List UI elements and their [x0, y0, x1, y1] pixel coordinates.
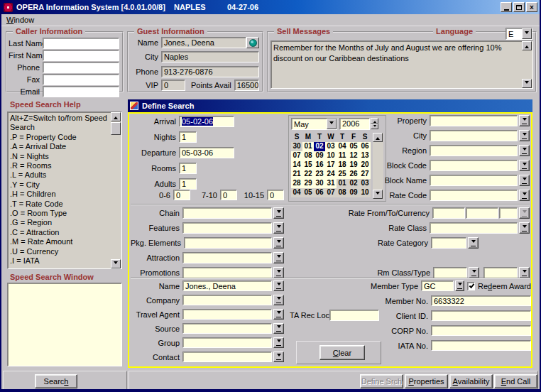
calendar-date-cell[interactable]: 30 [291, 142, 302, 151]
calendar-date-cell[interactable]: 01 [302, 142, 314, 151]
feature-field-input[interactable] [184, 237, 272, 249]
close-button[interactable]: × [526, 2, 537, 12]
rate-to-field[interactable] [466, 207, 498, 219]
calendar-date-cell[interactable]: 05 [348, 142, 359, 151]
lov-button[interactable] [455, 281, 464, 291]
calendar-date-cell[interactable]: 16 [314, 160, 325, 170]
location-field-input[interactable] [430, 115, 518, 126]
feature-field-input[interactable] [182, 207, 272, 219]
calendar-date-cell[interactable]: 11 [337, 151, 348, 160]
language-select[interactable]: E [506, 28, 532, 40]
lov-button[interactable] [273, 295, 284, 305]
lov-button[interactable] [519, 207, 530, 219]
calendar-date-cell[interactable]: 08 [337, 188, 348, 197]
clear-button[interactable]: Clear [319, 345, 365, 360]
calendar-date-cell[interactable]: 08 [302, 151, 314, 160]
calendar-date-cell[interactable]: 05 [302, 188, 314, 197]
speed-search-help-list[interactable]: Alt+Z=Switch to/from SpeedSearch.P = Pro… [7, 111, 122, 269]
location-field-input[interactable] [430, 130, 518, 141]
rm-type-field[interactable] [483, 267, 518, 278]
lov-button[interactable] [468, 237, 479, 249]
profile-field-input[interactable] [182, 337, 272, 348]
rm-class-field[interactable] [433, 267, 467, 278]
calendar-date-cell[interactable]: 03 [325, 142, 337, 151]
speed-search-input[interactable] [7, 283, 122, 366]
maximize-button[interactable] [513, 2, 525, 12]
lov-button[interactable] [273, 267, 284, 278]
caller-field-input[interactable] [43, 74, 119, 85]
points-avail-field[interactable]: 16500 [234, 80, 259, 91]
lov-button[interactable] [519, 175, 530, 186]
minimize-button[interactable] [501, 2, 512, 12]
adults-field[interactable]: 1 [179, 178, 197, 190]
client-id-field[interactable] [431, 310, 531, 321]
arrival-field[interactable]: 05-02-06 [179, 116, 234, 127]
calendar-date-cell[interactable]: 02 [314, 142, 325, 151]
action-button[interactable]: Define Srch [360, 374, 403, 388]
guest-city-field[interactable]: Naples [161, 51, 259, 62]
profile-field-input[interactable] [182, 352, 272, 362]
caller-field-input[interactable] [43, 50, 119, 61]
month-dropdown-button[interactable] [327, 119, 337, 129]
location-field-input[interactable] [430, 160, 518, 171]
calendar-date-cell[interactable]: 28 [291, 179, 302, 188]
action-button[interactable]: End Call [494, 374, 537, 388]
calendar-date-cell[interactable]: 09 [348, 188, 359, 197]
profile-field-input[interactable] [182, 309, 272, 320]
lov-button[interactable] [519, 267, 530, 278]
calendar-date-cell[interactable]: 26 [348, 170, 359, 179]
scrollbar-thumb[interactable] [111, 122, 121, 135]
scroll-down-button[interactable] [111, 259, 121, 268]
nights-field[interactable]: 1 [179, 131, 197, 143]
lov-button[interactable] [273, 281, 284, 291]
calendar-date-cell[interactable]: 06 [359, 142, 371, 151]
rate-currency-field[interactable] [499, 207, 518, 219]
calendar-date-cell[interactable]: 25 [337, 170, 348, 179]
menu-window[interactable]: Window [6, 16, 34, 24]
lov-button[interactable] [519, 145, 530, 156]
profile-lookup-button[interactable] [246, 37, 259, 48]
rate-from-field[interactable] [432, 207, 465, 219]
calendar-date-cell[interactable]: 23 [314, 170, 325, 179]
rooms-field[interactable]: 1 [179, 163, 197, 174]
calendar-date-cell[interactable]: 02 [348, 179, 359, 188]
calendar-date-cell[interactable]: 29 [302, 179, 314, 188]
scroll-up-button[interactable] [111, 112, 121, 121]
calendar-date-cell[interactable]: 18 [337, 160, 348, 170]
calendar-date-cell[interactable]: 21 [291, 170, 302, 179]
lov-button[interactable] [273, 207, 284, 219]
calendar-date-cell[interactable]: 27 [359, 170, 371, 179]
lov-button[interactable] [273, 237, 284, 249]
caller-field-input[interactable] [43, 62, 119, 73]
profile-field-input[interactable] [182, 295, 272, 305]
iata-no-field[interactable] [431, 340, 531, 351]
calendar-date-cell[interactable]: 04 [337, 142, 348, 151]
lov-button[interactable] [273, 352, 284, 362]
location-field-input[interactable] [430, 175, 518, 186]
calendar-date-cell[interactable]: 03 [359, 179, 371, 188]
calendar-date-cell[interactable]: 31 [325, 179, 337, 188]
member-no-field[interactable]: 6633322 [431, 295, 531, 306]
scroll-up-button[interactable] [522, 41, 532, 50]
lov-button[interactable] [519, 130, 530, 141]
sell-message-scrollbar[interactable] [522, 41, 532, 88]
lov-button[interactable] [273, 252, 284, 263]
rate-category-field[interactable] [431, 237, 466, 249]
language-dropdown-button[interactable] [522, 28, 532, 39]
corp-no-field[interactable] [431, 325, 531, 336]
action-button[interactable]: Availability [449, 374, 493, 388]
guest-name-field[interactable]: Jones., Deena [161, 37, 246, 48]
calendar-date-cell[interactable]: 30 [314, 179, 325, 188]
calendar-month-select[interactable]: May [291, 118, 337, 130]
search-button[interactable]: Search [35, 374, 77, 388]
rate-class-field[interactable] [430, 222, 518, 234]
feature-field-input[interactable] [182, 222, 272, 234]
member-type-field[interactable]: GC [421, 281, 454, 291]
profile-field-input[interactable] [182, 323, 272, 334]
guest-vip-field[interactable]: 0 [161, 80, 185, 91]
guest-phone-field[interactable]: 913-276-0876 [161, 66, 259, 77]
calendar-date-cell[interactable]: 15 [302, 160, 314, 170]
calendar-date-cell[interactable]: 07 [325, 188, 337, 197]
calendar-year-field[interactable]: 2006 [339, 118, 370, 130]
calendar-date-cell[interactable]: 04 [291, 188, 302, 197]
